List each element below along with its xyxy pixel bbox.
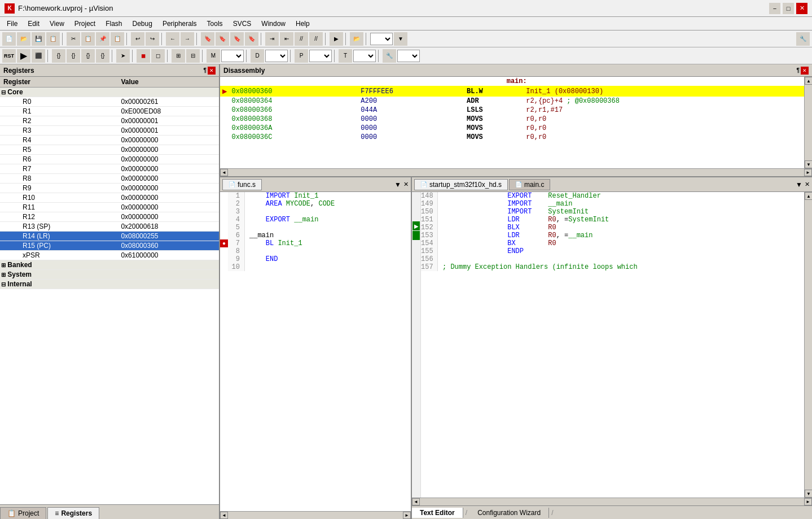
registers-close-button[interactable]: ✕	[208, 67, 216, 75]
expand-banked[interactable]: ⊞	[1, 262, 6, 268]
tb-uncomment[interactable]: //	[309, 32, 323, 46]
tb-settings[interactable]: 🔧	[796, 32, 810, 46]
expand-system[interactable]: ⊞	[1, 272, 6, 278]
disasm-close-button[interactable]: ✕	[801, 67, 809, 75]
tb-comment[interactable]: //	[295, 32, 308, 46]
tb-step1[interactable]: {}	[52, 49, 65, 63]
tb-stop[interactable]: ⬛	[32, 49, 45, 63]
disasm-scrollbar-v[interactable]: ▲ ▼	[804, 77, 812, 168]
tb-cut[interactable]: ✂	[67, 32, 80, 46]
te-tab-text-editor[interactable]: Text Editor	[412, 508, 463, 518]
tb-breakpoint1[interactable]: ◼	[137, 49, 150, 63]
menu-view[interactable]: View	[45, 19, 69, 29]
pin-button[interactable]: ¶	[203, 67, 207, 73]
tb-open2[interactable]: 📂	[350, 32, 363, 46]
disasm-pin[interactable]: ¶	[796, 67, 800, 73]
startup-scrollbar-v[interactable]: ▲ ▼	[804, 192, 812, 498]
startup-scroll-up[interactable]: ▲	[805, 192, 812, 200]
startup-menu-icon[interactable]: ▼	[796, 181, 802, 189]
tb-dropdown-btn1[interactable]: ▼	[394, 32, 407, 46]
tb-arrow[interactable]: ➤	[116, 49, 130, 63]
internal-group[interactable]: ⊟ Internal	[0, 280, 219, 289]
expand-core[interactable]: ⊟	[1, 89, 6, 95]
func-menu-icon[interactable]: ▼	[394, 181, 401, 189]
tb-indent[interactable]: ⇥	[265, 32, 279, 46]
tb-wrench-select[interactable]	[397, 50, 420, 62]
tab-project[interactable]: 📋 Project	[0, 507, 46, 519]
tb-copy[interactable]: 📋	[81, 32, 95, 46]
tb-bookmark2[interactable]: 🔖	[216, 32, 229, 46]
tb-paste[interactable]: 📌	[96, 32, 109, 46]
startup-scroll-down[interactable]: ▼	[805, 490, 812, 498]
menu-window[interactable]: Window	[257, 19, 290, 29]
tab-registers[interactable]: ≡ Registers	[47, 507, 99, 519]
tb-disasm-select[interactable]	[265, 50, 288, 62]
tb-run[interactable]: ▶	[17, 49, 30, 63]
te-tab-config-wizard[interactable]: Configuration Wizard	[469, 508, 549, 518]
tb-trace-select[interactable]	[353, 50, 376, 62]
menu-edit[interactable]: Edit	[23, 19, 44, 29]
tab-main-c[interactable]: 📄 main.c	[509, 179, 550, 190]
menu-tools[interactable]: Tools	[203, 19, 227, 29]
tb-bookmark3[interactable]: 🔖	[230, 32, 244, 46]
scroll-left-btn[interactable]: ◄	[220, 169, 228, 176]
tb-disasm[interactable]: D	[251, 49, 264, 63]
tb-new[interactable]: 📄	[2, 32, 16, 46]
tb-step4[interactable]: {}	[96, 49, 109, 63]
func-scroll-left[interactable]: ◄	[220, 512, 228, 519]
tb-nav-fwd[interactable]: →	[181, 32, 194, 46]
func-tab[interactable]: 📄 func.s	[222, 179, 262, 190]
tb-paste2[interactable]: 📋	[111, 32, 124, 46]
tb-undo[interactable]: ↩	[131, 32, 144, 46]
tb-select-1[interactable]	[370, 33, 393, 45]
tb-redo[interactable]: ↪	[146, 32, 159, 46]
scode-155: ENDP	[438, 247, 524, 255]
tb-save[interactable]: 💾	[32, 32, 45, 46]
menu-help[interactable]: Help	[291, 19, 314, 29]
expand-internal[interactable]: ⊟	[1, 281, 6, 287]
menu-project[interactable]: Project	[70, 19, 100, 29]
minimize-button[interactable]: −	[769, 3, 780, 14]
tb-step2[interactable]: {}	[67, 49, 80, 63]
startup-scroll-left[interactable]: ◄	[412, 498, 420, 505]
tb-wrench[interactable]: 🔧	[383, 49, 396, 63]
core-group[interactable]: ⊟ Core	[0, 88, 219, 97]
maximize-button[interactable]: □	[783, 3, 794, 14]
tb-find[interactable]: ▶	[330, 32, 343, 46]
tb-step3[interactable]: {}	[81, 49, 95, 63]
bp-148	[412, 193, 420, 202]
tb-perf-select[interactable]	[309, 50, 332, 62]
tb-trace[interactable]: T	[339, 49, 352, 63]
tb-unindent[interactable]: ⇤	[280, 32, 293, 46]
menu-file[interactable]: File	[2, 19, 22, 29]
tb-view1[interactable]: ⊞	[172, 49, 185, 63]
banked-group[interactable]: ⊞ Banked	[0, 260, 219, 270]
startup-close-btn[interactable]: ✕	[805, 181, 810, 188]
tb-breakpoint2[interactable]: ◻	[151, 49, 165, 63]
menu-svcs[interactable]: SVCS	[229, 19, 256, 29]
startup-scroll-right[interactable]: ►	[804, 498, 812, 505]
func-scroll-right[interactable]: ►	[403, 512, 411, 519]
scroll-down-btn[interactable]: ▼	[805, 160, 812, 168]
func-close-btn[interactable]: ✕	[403, 181, 409, 188]
tb-bookmark1[interactable]: 🔖	[201, 32, 214, 46]
system-group[interactable]: ⊞ System	[0, 270, 219, 280]
close-button[interactable]: ✕	[796, 3, 807, 14]
menu-flash[interactable]: Flash	[101, 19, 126, 29]
tab-startup[interactable]: 📄 startup_stm32f10x_hd.s	[414, 179, 508, 190]
scroll-up-btn[interactable]: ▲	[805, 77, 812, 85]
tb-mem1[interactable]: M	[207, 49, 220, 63]
tb-view2[interactable]: ⊟	[186, 49, 200, 63]
scroll-right-btn[interactable]: ►	[804, 169, 812, 176]
sln-148: 148	[421, 192, 438, 200]
tb-save2[interactable]: 📋	[46, 32, 60, 46]
tb-perf[interactable]: P	[295, 49, 308, 63]
tb-open[interactable]: 📂	[17, 32, 30, 46]
menu-peripherals[interactable]: Peripherals	[158, 19, 201, 29]
tb-rst[interactable]: RST	[2, 49, 16, 63]
tb-mem-select[interactable]	[221, 50, 244, 62]
tb-bookmark4[interactable]: 🔖	[245, 32, 258, 46]
code-10	[245, 263, 249, 271]
menu-debug[interactable]: Debug	[128, 19, 157, 29]
tb-nav-back[interactable]: ←	[166, 32, 179, 46]
